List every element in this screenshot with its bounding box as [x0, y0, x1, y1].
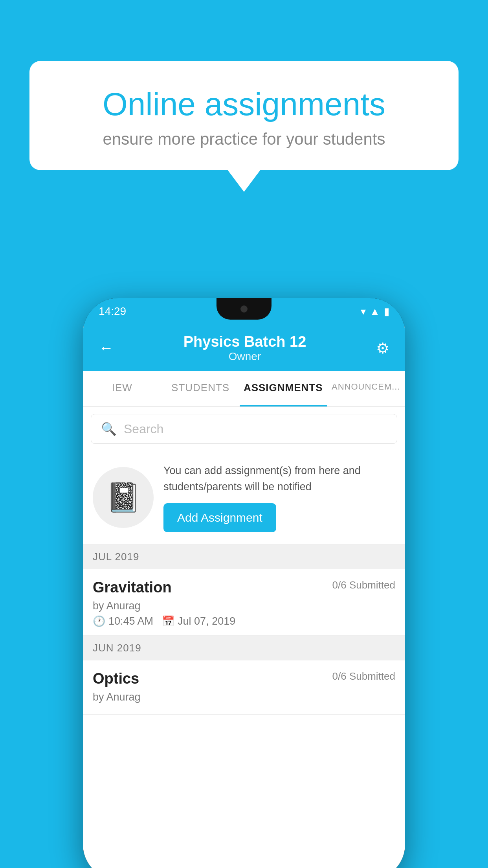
notebook-icon: 📓 [106, 481, 141, 514]
assignment-submitted-optics: 0/6 Submitted [332, 670, 395, 682]
status-bar: 14:29 ▾ ▲ ▮ [83, 298, 405, 325]
assignment-datetime-gravitation: 🕐 10:45 AM 📅 Jul 07, 2019 [93, 615, 395, 627]
assignment-item-optics[interactable]: Optics 0/6 Submitted by Anurag [83, 660, 405, 715]
tab-students[interactable]: STUDENTS [161, 371, 239, 406]
assignment-top-row-optics: Optics 0/6 Submitted [93, 670, 395, 687]
assignment-submitted-gravitation: 0/6 Submitted [332, 579, 395, 591]
assignment-title-optics: Optics [93, 670, 139, 687]
tab-assignments[interactable]: ASSIGNMENTS [240, 371, 327, 406]
search-placeholder: Search [124, 422, 163, 436]
speech-bubble-subtitle: ensure more practice for your students [53, 130, 435, 149]
promo-content: You can add assignment(s) from here and … [163, 463, 395, 532]
header-title-block: Physics Batch 12 Owner [183, 333, 306, 363]
promo-text: You can add assignment(s) from here and … [163, 463, 395, 495]
assignment-date: Jul 07, 2019 [178, 615, 235, 627]
search-bar[interactable]: 🔍 Search [91, 414, 397, 444]
datetime-time: 🕐 10:45 AM [93, 615, 153, 627]
batch-subtitle: Owner [183, 350, 306, 363]
assignment-item-gravitation[interactable]: Gravitation 0/6 Submitted by Anurag 🕐 10… [83, 569, 405, 636]
speech-bubble: Online assignments ensure more practice … [29, 61, 459, 170]
phone-body: 14:29 ▾ ▲ ▮ ← Physics Batch 12 Owner ⚙ [83, 298, 405, 868]
phone-notch [216, 298, 272, 320]
tabs-bar: IEW STUDENTS ASSIGNMENTS ANNOUNCEM... [83, 371, 405, 407]
battery-icon: ▮ [384, 305, 389, 318]
datetime-date: 📅 Jul 07, 2019 [162, 615, 235, 627]
wifi-icon: ▾ [361, 305, 366, 318]
settings-icon[interactable]: ⚙ [376, 340, 389, 357]
assignment-top-row: Gravitation 0/6 Submitted [93, 579, 395, 596]
promo-icon-circle: 📓 [93, 467, 154, 528]
add-assignment-button[interactable]: Add Assignment [163, 503, 276, 532]
phone-screen: ← Physics Batch 12 Owner ⚙ IEW STUDENTS … [83, 325, 405, 868]
status-time: 14:29 [99, 305, 126, 318]
back-button[interactable]: ← [99, 340, 114, 357]
calendar-icon: 📅 [162, 615, 174, 627]
assignment-time: 10:45 AM [108, 615, 153, 627]
assignment-title-gravitation: Gravitation [93, 579, 172, 596]
search-bar-container: 🔍 Search [83, 407, 405, 451]
search-icon: 🔍 [101, 421, 117, 436]
app-header: ← Physics Batch 12 Owner ⚙ [83, 325, 405, 371]
section-header-jun: JUN 2019 [83, 636, 405, 660]
speech-bubble-container: Online assignments ensure more practice … [29, 61, 459, 170]
section-header-jul: JUL 2019 [83, 544, 405, 569]
promo-card: 📓 You can add assignment(s) from here an… [83, 451, 405, 544]
batch-title: Physics Batch 12 [183, 333, 306, 350]
assignment-meta-optics: by Anurag [93, 691, 395, 703]
assignment-meta-gravitation: by Anurag [93, 600, 395, 612]
status-icons: ▾ ▲ ▮ [361, 305, 389, 318]
signal-icon: ▲ [370, 305, 380, 318]
tab-announcements[interactable]: ANNOUNCEM... [327, 371, 405, 406]
speech-bubble-title: Online assignments [53, 86, 435, 122]
camera-dot [240, 305, 248, 313]
phone-container: 14:29 ▾ ▲ ▮ ← Physics Batch 12 Owner ⚙ [83, 298, 405, 868]
clock-icon: 🕐 [93, 615, 105, 627]
tab-iew[interactable]: IEW [83, 371, 161, 406]
